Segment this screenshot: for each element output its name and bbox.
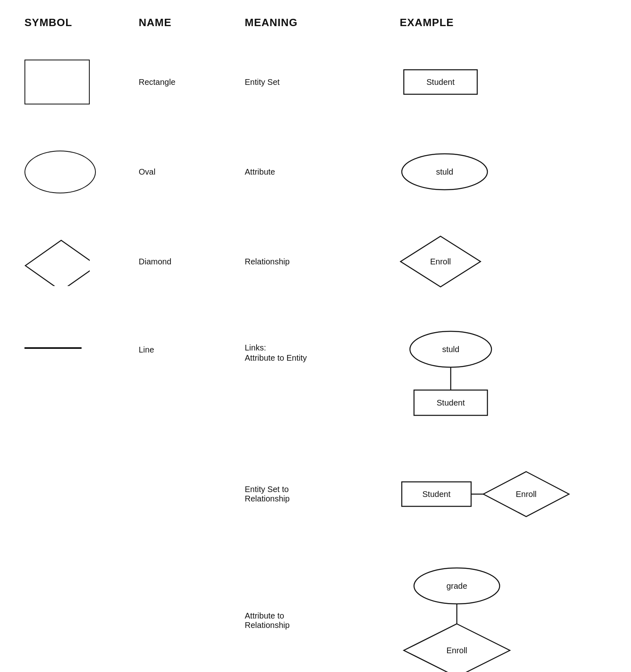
example-line-oval-label: stuld	[442, 345, 459, 354]
example-attr-to-rel-svg: grade Enroll	[400, 563, 514, 672]
header-meaning: MEANING	[245, 16, 400, 29]
rectangle-shape	[24, 60, 90, 104]
symbol-line	[24, 327, 139, 349]
attr-to-rel-enroll-label: Enroll	[446, 646, 467, 655]
symbol-diamond	[24, 237, 139, 286]
example-line-rect-label: Student	[437, 398, 465, 407]
meaning-oval: Attribute	[245, 167, 400, 177]
name-rectangle: Rectangle	[139, 78, 245, 87]
table-row: Rectangle Entity Set Student	[24, 49, 607, 115]
name-oval: Oval	[139, 167, 245, 177]
example-diamond-label: Enroll	[430, 257, 451, 266]
example-oval-svg: stuld	[400, 151, 489, 192]
meaning-entity-to-rel: Entity Set to Relationship	[245, 485, 400, 503]
example-oval-label: stuld	[436, 167, 453, 176]
example-line: stuld Student	[400, 327, 607, 429]
meaning-diamond: Relationship	[245, 257, 400, 266]
meaning-line-2: Attribute to Entity	[245, 353, 307, 363]
meaning-rectangle: Entity Set	[245, 78, 400, 87]
example-rectangle-svg: Student	[400, 66, 481, 98]
name-line: Line	[139, 327, 245, 355]
table-header: SYMBOL NAME MEANING EXAMPLE	[24, 16, 607, 37]
example-rectangle-label: Student	[427, 78, 455, 86]
line-shape	[24, 347, 82, 349]
example-diamond-svg: Enroll	[400, 233, 481, 290]
example-entity-to-rel-svg: Student Enroll	[400, 470, 571, 519]
table-row: Oval Attribute stuld	[24, 139, 607, 204]
meaning-attr-to-rel: Attribute to Relationship	[245, 611, 400, 630]
entity-to-rel-student-label: Student	[423, 490, 451, 499]
meaning-entity-to-rel-2: Relationship	[245, 494, 290, 503]
table-row: Line Links: Attribute to Entity stuld St…	[24, 319, 607, 429]
meaning-entity-to-rel-1: Entity Set to	[245, 485, 289, 494]
symbol-rectangle	[24, 60, 139, 104]
header-name: NAME	[139, 16, 245, 29]
diamond-shape	[24, 237, 90, 286]
example-line-svg: stuld Student	[400, 327, 502, 429]
example-attr-to-rel: grade Enroll	[400, 563, 607, 672]
name-diamond: Diamond	[139, 257, 245, 266]
table-row: Entity Set to Relationship Student Enrol…	[24, 453, 607, 535]
table-row: Attribute to Relationship grade Enroll	[24, 563, 607, 672]
example-entity-to-rel: Student Enroll	[400, 470, 607, 519]
page: SYMBOL NAME MEANING EXAMPLE Rectangle En…	[0, 0, 631, 672]
example-rectangle: Student	[400, 66, 607, 98]
table-row: Diamond Relationship Enroll	[24, 229, 607, 294]
svg-marker-2	[25, 240, 90, 286]
header-example: EXAMPLE	[400, 16, 607, 29]
header-symbol: SYMBOL	[24, 16, 139, 29]
meaning-line-1: Links:	[245, 343, 266, 353]
attr-to-rel-grade-label: grade	[446, 581, 467, 590]
example-oval: stuld	[400, 151, 607, 192]
example-diamond: Enroll	[400, 233, 607, 290]
entity-to-rel-enroll-label: Enroll	[516, 490, 536, 499]
meaning-line: Links: Attribute to Entity	[245, 327, 400, 363]
meaning-attr-to-rel-1: Attribute to	[245, 611, 284, 621]
oval-shape	[24, 151, 96, 193]
meaning-attr-to-rel-2: Relationship	[245, 621, 290, 630]
symbol-oval	[24, 151, 139, 193]
